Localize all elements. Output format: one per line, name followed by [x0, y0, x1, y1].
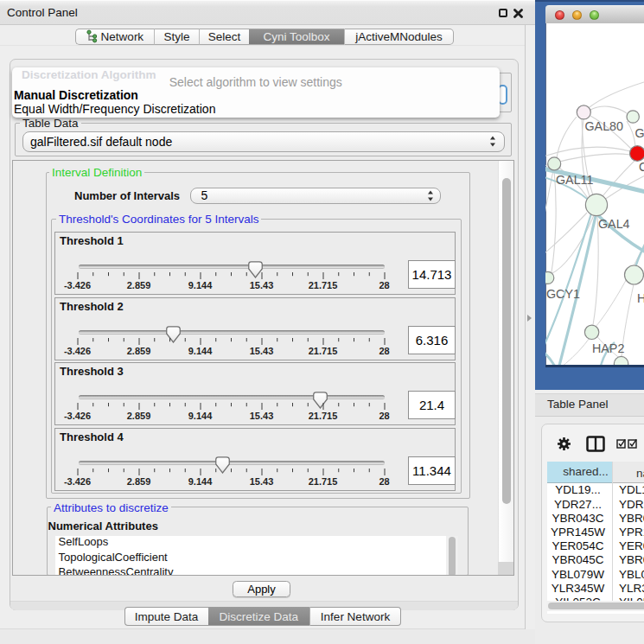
svg-text:H: H	[637, 291, 644, 305]
svg-text:HAP2: HAP2	[592, 341, 624, 355]
svg-text:GA: GA	[635, 126, 644, 140]
svg-text:GAL11: GAL11	[556, 173, 593, 187]
svg-text:GAL80: GAL80	[585, 119, 624, 133]
svg-text:GAL4: GAL4	[598, 217, 630, 231]
svg-text:GCY1: GCY1	[546, 287, 580, 301]
svg-text:C: C	[639, 160, 644, 174]
